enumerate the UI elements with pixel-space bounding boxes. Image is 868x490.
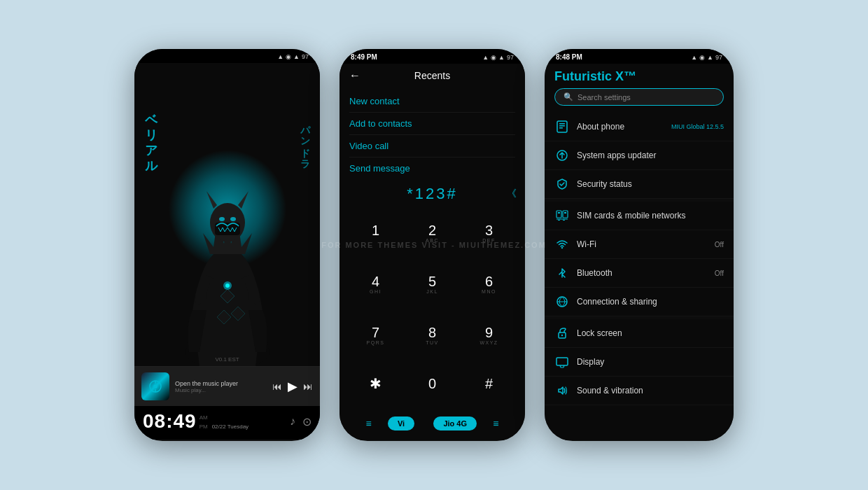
- sim-label: SIM cards & mobile networks: [577, 211, 724, 220]
- camera-icon[interactable]: ⊙: [302, 415, 312, 428]
- search-placeholder-text: Search settings: [578, 93, 631, 102]
- next-button[interactable]: ⏭: [303, 381, 313, 392]
- settings-item-display[interactable]: Display: [545, 348, 734, 377]
- svg-rect-19: [564, 212, 566, 214]
- music-title: Open the music player: [175, 380, 267, 387]
- video-call-link[interactable]: Video call: [349, 135, 515, 158]
- phone-music-player: ▲◉▲97: [134, 49, 320, 441]
- back-button[interactable]: ←: [349, 69, 360, 82]
- wifi-icon: [554, 237, 570, 252]
- music-subtitle: Music play...: [175, 387, 267, 393]
- dial-key-0[interactable]: 0: [405, 363, 460, 412]
- music-info: Open the music player Music play...: [175, 380, 267, 393]
- dial-key-7[interactable]: 7PQRS: [348, 312, 403, 361]
- svg-point-8: [153, 384, 158, 388]
- settings-item-connection[interactable]: Connection & sharing: [545, 288, 734, 316]
- about-phone-label: About phone: [577, 122, 664, 132]
- updater-icon: [554, 148, 570, 163]
- dial-grid: 1 2ABC 3DEF 4GHI 5JKL 6MNO 7PQRS 8TUV 9W…: [348, 209, 517, 412]
- settings-item-updater[interactable]: System apps updater: [545, 141, 734, 170]
- svg-rect-16: [556, 211, 561, 218]
- svg-rect-18: [563, 211, 568, 218]
- music-note-icon[interactable]: ♪: [290, 415, 295, 428]
- ampm-bot: PM: [200, 424, 208, 430]
- send-message-link[interactable]: Send message: [349, 158, 515, 179]
- dialpad-area: *123# 《 1 2ABC 3DEF 4GHI 5JKL 6MNO 7PQRS…: [340, 181, 525, 440]
- japanese-text-left: ベリアル: [143, 105, 160, 168]
- character-svg: [172, 184, 284, 366]
- phone3-time: 8:48 PM: [556, 53, 582, 61]
- prev-button[interactable]: ⏮: [272, 381, 282, 392]
- dial-key-3[interactable]: 3DEF: [461, 209, 517, 258]
- settings-search-bar[interactable]: 🔍 Search settings: [554, 88, 724, 106]
- dial-key-4[interactable]: 4GHI: [348, 260, 403, 309]
- svg-point-20: [561, 247, 563, 248]
- security-icon: [554, 176, 570, 192]
- sim2-button[interactable]: Jio 4G: [433, 416, 477, 430]
- phone-dialer: 8:49 PM ▲◉▲97 ← Recents New contact Add …: [340, 49, 525, 441]
- svg-rect-17: [558, 212, 560, 214]
- play-button[interactable]: ▶: [288, 379, 298, 394]
- dial-number-display: *123#: [348, 185, 517, 203]
- dial-key-5[interactable]: 5JKL: [405, 260, 460, 309]
- dial-key-9[interactable]: 9WXYZ: [461, 312, 517, 361]
- music-controls[interactable]: ⏮ ▶ ⏭: [272, 379, 313, 394]
- ampm-top: AM: [200, 414, 208, 421]
- scene: ▲◉▲97: [0, 0, 868, 490]
- contacts-links: New contact Add to contacts Video call S…: [340, 88, 525, 181]
- wifi-label: Wi-Fi: [577, 239, 708, 249]
- bottom-icons: ♪ ⊙: [290, 415, 312, 428]
- settings-app-title: Futuristic X™: [554, 69, 724, 84]
- clock-display: 08:49: [143, 410, 197, 433]
- backspace-button[interactable]: 《: [507, 188, 517, 200]
- svg-rect-12: [559, 123, 565, 125]
- lock-icon: [554, 326, 570, 341]
- sim-icon: [554, 208, 570, 223]
- new-contact-link[interactable]: New contact: [349, 90, 515, 113]
- settings-item-security[interactable]: Security status: [545, 170, 734, 199]
- svg-rect-11: [557, 121, 567, 132]
- phone2-time: 8:49 PM: [351, 53, 377, 61]
- phone2-header-wrap: ← Recents: [349, 69, 515, 82]
- phone-settings: 8:48 PM ▲◉▲97 Futuristic X™ 🔍 Search set…: [545, 49, 734, 441]
- sim-toggle-left: ≡: [366, 418, 372, 429]
- connection-icon: [554, 294, 570, 309]
- settings-item-about[interactable]: About phone MIUI Global 12.5.5: [545, 113, 734, 141]
- phone2-status-icons: ▲◉▲97: [482, 54, 514, 61]
- dial-key-hash[interactable]: #: [461, 363, 517, 412]
- dial-key-2[interactable]: 2ABC: [405, 209, 460, 258]
- phone1-body: ベリアル パンドラ V0.1 EST Open the music player…: [134, 63, 320, 440]
- svg-point-6: [225, 284, 230, 288]
- dial-number-row: *123# 《: [348, 185, 517, 203]
- settings-list: About phone MIUI Global 12.5.5 System ap…: [545, 108, 734, 440]
- date-display: 02/22 Tuesday: [212, 424, 248, 430]
- dial-key-8[interactable]: 8TUV: [405, 312, 460, 361]
- sim1-button[interactable]: Vi: [388, 416, 414, 430]
- phone1-status-icons: ▲◉▲97: [277, 53, 309, 60]
- dial-key-star[interactable]: ✱: [348, 363, 403, 412]
- dial-bottom: ≡ Vi Jio 4G ≡: [348, 412, 517, 436]
- settings-item-sim[interactable]: SIM cards & mobile networks: [545, 199, 734, 230]
- add-to-contacts-link[interactable]: Add to contacts: [349, 113, 515, 135]
- svg-rect-24: [556, 358, 568, 365]
- svg-rect-13: [559, 125, 565, 127]
- settings-item-bluetooth[interactable]: Bluetooth Off: [545, 259, 734, 288]
- music-bar[interactable]: Open the music player Music play... ⏮ ▶ …: [134, 366, 320, 406]
- sound-label: Sound & vibration: [577, 386, 724, 396]
- settings-item-wifi[interactable]: Wi-Fi Off: [545, 230, 734, 259]
- phone1-bottom: 08:49 AM PM 02/22 Tuesday ♪ ⊙: [134, 406, 320, 440]
- settings-item-sound[interactable]: Sound & vibration: [545, 377, 734, 405]
- about-phone-value: MIUI Global 12.5.5: [671, 123, 724, 130]
- japanese-text-right: パンドラ: [299, 119, 312, 164]
- settings-item-lock[interactable]: Lock screen: [545, 316, 734, 348]
- dial-key-1[interactable]: 1: [348, 209, 403, 258]
- bluetooth-value: Off: [715, 270, 724, 277]
- phone3-status-icons: ▲◉▲97: [691, 54, 722, 61]
- phone2-body: ← Recents New contact Add to contacts Vi…: [340, 64, 525, 440]
- wifi-value: Off: [715, 241, 724, 248]
- sim-lines-icon-right: ≡: [493, 418, 498, 429]
- settings-header: Futuristic X™ 🔍 Search settings: [545, 64, 734, 108]
- bluetooth-label: Bluetooth: [577, 268, 708, 278]
- dial-key-6[interactable]: 6MNO: [461, 260, 517, 309]
- sound-icon: [554, 383, 570, 398]
